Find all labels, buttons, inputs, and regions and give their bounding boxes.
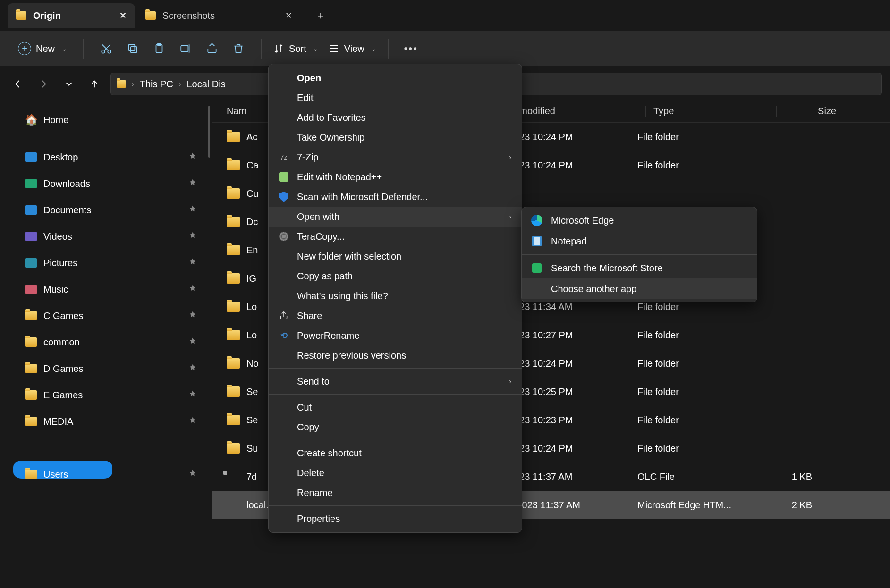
videos-icon [25, 232, 37, 241]
scrollbar[interactable] [208, 106, 210, 158]
copy-button[interactable] [121, 37, 144, 60]
ctx-add-favorites[interactable]: Add to Favorites [269, 108, 522, 127]
ctx-separator [269, 505, 522, 506]
sub-search-store[interactable]: Search the Microsoft Store [522, 258, 757, 278]
ctx-open[interactable]: Open [269, 68, 522, 88]
pin-icon[interactable] [188, 337, 197, 348]
pin-icon[interactable] [188, 390, 197, 401]
close-icon[interactable]: ✕ [285, 10, 292, 21]
share-icon [278, 310, 289, 321]
sidebar-item-desktop[interactable]: Desktop [3, 144, 203, 170]
share-button[interactable] [201, 37, 223, 60]
new-button[interactable]: + New ⌄ [13, 42, 72, 55]
ctx-7zip[interactable]: 7z7-Zip› [269, 147, 522, 167]
sidebar-item-videos[interactable]: Videos [3, 223, 203, 250]
recent-button[interactable] [59, 75, 78, 93]
ctx-powerrename[interactable]: ⟲PowerRename [269, 326, 522, 345]
sidebar-home[interactable]: 🏠 Home [3, 107, 203, 133]
sidebar-item-music[interactable]: Music [3, 276, 203, 302]
chevron-right-icon: › [509, 153, 511, 161]
pin-icon[interactable] [188, 178, 197, 189]
powerrename-icon: ⟲ [278, 330, 289, 341]
sidebar-item-dgames[interactable]: D Games [3, 355, 203, 382]
tab-label: Origin [33, 10, 61, 21]
tab-screenshots[interactable]: Screenshots ✕ [137, 3, 301, 28]
sort-label: Sort [289, 43, 306, 54]
ctx-create-shortcut[interactable]: Create shortcut [269, 443, 522, 463]
music-icon [25, 285, 37, 294]
ctx-restore[interactable]: Restore previous versions [269, 345, 522, 365]
ctx-edit-npp[interactable]: Edit with Notepad++ [269, 167, 522, 187]
sidebar-item-users[interactable]: Users [3, 461, 203, 487]
chevron-right-icon: › [509, 213, 511, 220]
sub-notepad[interactable]: Notepad [522, 231, 757, 252]
paste-button[interactable] [148, 37, 170, 60]
folder-icon [25, 390, 37, 400]
sidebar-item-documents[interactable]: Documents [3, 197, 203, 223]
new-tab-button[interactable]: ＋ [312, 7, 329, 24]
ctx-rename[interactable]: Rename [269, 483, 522, 503]
pin-icon[interactable] [188, 363, 197, 374]
sidebar-label: E Games [43, 390, 83, 401]
sidebar-item-downloads[interactable]: Downloads [3, 170, 203, 197]
folder-icon [16, 11, 26, 20]
svg-rect-2 [131, 47, 137, 53]
ctx-sendto[interactable]: Send to› [269, 371, 522, 391]
ctx-delete[interactable]: Delete [269, 463, 522, 483]
sidebar-item-egames[interactable]: E Games [3, 382, 203, 408]
pin-icon[interactable] [188, 205, 197, 216]
ctx-scan-defender[interactable]: Scan with Microsoft Defender... [269, 187, 522, 207]
pin-icon[interactable] [188, 416, 197, 427]
cell-type: File folder [637, 330, 760, 341]
folder-icon [227, 132, 240, 142]
pin-icon[interactable] [188, 311, 197, 321]
sidebar-item-media[interactable]: MEDIA [3, 408, 203, 435]
sort-button[interactable]: Sort ⌄ [273, 43, 319, 54]
ctx-edit[interactable]: Edit [269, 88, 522, 108]
ctx-share[interactable]: Share [269, 306, 522, 326]
view-button[interactable]: View ⌄ [328, 43, 377, 54]
chevron-down-icon: ⌄ [61, 45, 67, 52]
up-button[interactable] [85, 75, 104, 93]
ctx-teracopy[interactable]: TeraCopy... [269, 227, 522, 246]
folder-icon [25, 470, 37, 479]
7zip-icon: 7z [278, 151, 289, 163]
ctx-whats-using[interactable]: What's using this file? [269, 286, 522, 306]
tab-origin[interactable]: Origin ✕ [8, 3, 135, 28]
breadcrumb-seg[interactable]: Local Dis [186, 79, 225, 90]
back-button[interactable] [8, 75, 27, 93]
ctx-copy-as-path[interactable]: Copy as path [269, 266, 522, 286]
pin-icon[interactable] [188, 231, 197, 242]
sub-choose-another[interactable]: Choose another app [522, 278, 757, 299]
folder-icon [25, 337, 37, 347]
pin-icon[interactable] [188, 152, 197, 163]
more-button[interactable]: ••• [400, 37, 423, 60]
separator [261, 39, 262, 59]
close-icon[interactable]: ✕ [119, 10, 127, 21]
col-date[interactable]: ate modified [504, 106, 645, 117]
folder-icon [145, 11, 156, 20]
forward-button[interactable] [34, 75, 53, 93]
col-size[interactable]: Size [784, 106, 850, 117]
delete-button[interactable] [227, 37, 250, 60]
breadcrumb-seg[interactable]: This PC [140, 79, 173, 90]
sidebar-item-common[interactable]: common [3, 329, 203, 355]
ctx-newfolder-selection[interactable]: New folder with selection [269, 246, 522, 266]
rename-button[interactable] [174, 37, 197, 60]
cut-button[interactable] [95, 37, 118, 60]
home-icon: 🏠 [25, 115, 37, 125]
sidebar-label: Documents [43, 205, 91, 216]
sub-edge[interactable]: Microsoft Edge [522, 210, 757, 231]
ctx-cut[interactable]: Cut [269, 397, 522, 417]
ctx-open-with[interactable]: Open with› [269, 207, 522, 227]
ctx-take-ownership[interactable]: Take Ownership [269, 127, 522, 147]
pin-icon[interactable] [188, 284, 197, 295]
pin-icon[interactable] [188, 258, 197, 269]
sidebar-item-cgames[interactable]: C Games [3, 302, 203, 329]
ctx-properties[interactable]: Properties [269, 509, 522, 529]
ctx-copy[interactable]: Copy [269, 417, 522, 437]
folder-icon [227, 415, 240, 425]
pin-icon[interactable] [188, 469, 197, 480]
col-type[interactable]: Type [653, 106, 776, 117]
sidebar-item-pictures[interactable]: Pictures [3, 250, 203, 276]
